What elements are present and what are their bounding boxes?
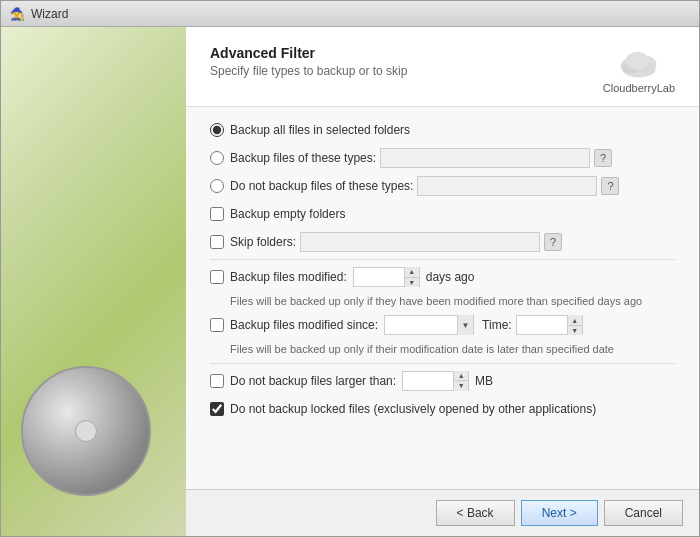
no-backup-larger-value-input[interactable]: 1024 [403, 372, 453, 390]
backup-modified-since-time-input[interactable]: 10:00 [517, 316, 567, 334]
backup-modified-since-date-wrap: 5/ 7/2018 ▼ [384, 315, 474, 335]
backup-modified-since-row: Backup files modified since: 5/ 7/2018 ▼… [210, 314, 675, 336]
title-bar-text: Wizard [31, 7, 68, 21]
skip-folders-label: Skip folders: [230, 235, 296, 249]
backup-all-radio[interactable] [210, 123, 224, 137]
no-backup-larger-spinner-wrap: 1024 ▲ ▼ [402, 371, 469, 391]
no-backup-types-label: Do not backup files of these types: [230, 179, 413, 193]
skip-folders-input[interactable] [300, 232, 540, 252]
title-bar: 🧙 Wizard [1, 1, 699, 27]
backup-empty-folders-label: Backup empty folders [230, 207, 345, 221]
content-header: Advanced Filter Specify file types to ba… [186, 27, 699, 107]
backup-types-input[interactable] [380, 148, 590, 168]
no-backup-larger-unit: MB [475, 374, 493, 388]
no-backup-types-row: Do not backup files of these types: ? [210, 175, 675, 197]
no-backup-larger-label: Do not backup files larger than: [230, 374, 396, 388]
right-panel: Advanced Filter Specify file types to ba… [186, 27, 699, 536]
backup-types-row: Backup files of these types: ? [210, 147, 675, 169]
backup-modified-row: Backup files modified: 14 ▲ ▼ days ago [210, 266, 675, 288]
backup-modified-spinner-buttons: ▲ ▼ [404, 267, 419, 287]
backup-modified-since-time-spinner-buttons: ▲ ▼ [567, 315, 582, 335]
backup-modified-since-time-up-button[interactable]: ▲ [568, 315, 582, 326]
cloudberry-logo-icon [614, 45, 664, 80]
backup-modified-days-suffix: days ago [426, 270, 475, 284]
no-backup-locked-label: Do not backup locked files (exclusively … [230, 402, 596, 416]
wizard-window: 🧙 Wizard Advanced Filter Specify file ty… [0, 0, 700, 537]
backup-all-files-row: Backup all files in selected folders [210, 119, 675, 141]
backup-modified-days-input[interactable]: 14 [354, 268, 404, 286]
no-backup-larger-spinner-buttons: ▲ ▼ [453, 371, 468, 391]
header-text-block: Advanced Filter Specify file types to ba… [210, 45, 407, 78]
backup-all-label: Backup all files in selected folders [230, 123, 410, 137]
cloudberry-logo: CloudberryLab [603, 45, 675, 94]
backup-modified-hint: Files will be backed up only if they hav… [230, 294, 675, 308]
backup-modified-since-time-wrap: 10:00 ▲ ▼ [516, 315, 583, 335]
next-button[interactable]: Next > [521, 500, 598, 526]
svg-point-3 [626, 52, 649, 70]
backup-modified-since-time-down-button[interactable]: ▼ [568, 326, 582, 336]
backup-modified-since-time-label: Time: [482, 318, 512, 332]
no-backup-larger-row: Do not backup files larger than: 1024 ▲ … [210, 370, 675, 392]
footer: < Back Next > Cancel [186, 489, 699, 536]
no-backup-types-help-button[interactable]: ? [601, 177, 619, 195]
backup-types-label: Backup files of these types: [230, 151, 376, 165]
content-area: Backup all files in selected folders Bac… [186, 107, 699, 489]
backup-modified-down-button[interactable]: ▼ [405, 278, 419, 288]
backup-modified-since-date-input[interactable]: 5/ 7/2018 [385, 316, 457, 334]
backup-empty-folders-checkbox[interactable] [210, 207, 224, 221]
backup-types-radio[interactable] [210, 151, 224, 165]
no-backup-larger-down-button[interactable]: ▼ [454, 381, 468, 391]
skip-folders-checkbox[interactable] [210, 235, 224, 249]
backup-empty-folders-row: Backup empty folders [210, 203, 675, 225]
skip-folders-help-button[interactable]: ? [544, 233, 562, 251]
no-backup-locked-checkbox[interactable] [210, 402, 224, 416]
no-backup-larger-up-button[interactable]: ▲ [454, 371, 468, 382]
backup-modified-up-button[interactable]: ▲ [405, 267, 419, 278]
page-subtitle: Specify file types to backup or to skip [210, 64, 407, 78]
backup-modified-checkbox[interactable] [210, 270, 224, 284]
left-panel [1, 27, 186, 536]
backup-types-help-button[interactable]: ? [594, 149, 612, 167]
cloudberry-logo-text: CloudberryLab [603, 82, 675, 94]
skip-folders-row: Skip folders: ? [210, 231, 675, 253]
separator-1 [210, 259, 675, 260]
back-button[interactable]: < Back [436, 500, 515, 526]
backup-modified-spinner-wrap: 14 ▲ ▼ [353, 267, 420, 287]
cancel-button[interactable]: Cancel [604, 500, 683, 526]
backup-modified-label: Backup files modified: [230, 270, 347, 284]
no-backup-locked-row: Do not backup locked files (exclusively … [210, 398, 675, 420]
title-bar-icon: 🧙 [9, 6, 25, 22]
backup-modified-since-label: Backup files modified since: [230, 318, 378, 332]
backup-modified-since-checkbox[interactable] [210, 318, 224, 332]
no-backup-larger-checkbox[interactable] [210, 374, 224, 388]
backup-modified-since-date-dropdown[interactable]: ▼ [457, 315, 473, 335]
no-backup-types-input[interactable] [417, 176, 597, 196]
page-title: Advanced Filter [210, 45, 407, 61]
window-body: Advanced Filter Specify file types to ba… [1, 27, 699, 536]
separator-2 [210, 363, 675, 364]
decorative-disc [21, 366, 151, 496]
no-backup-types-radio[interactable] [210, 179, 224, 193]
backup-modified-since-hint: Files will be backed up only if their mo… [230, 342, 675, 356]
